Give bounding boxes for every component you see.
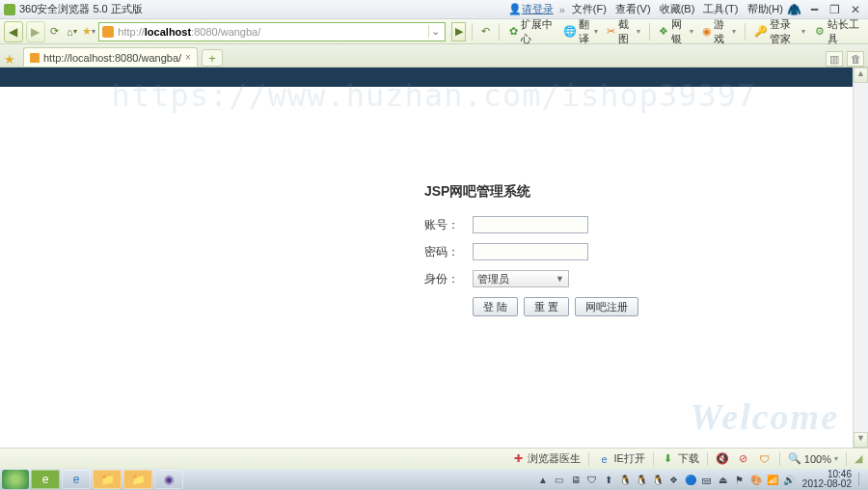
tray-icon[interactable]: 🖥 [569, 473, 583, 486]
browser-tab-0[interactable]: http://localhost:8080/wangba/ × [23, 47, 198, 67]
vertical-scrollbar[interactable]: ▲ ▼ [853, 68, 868, 448]
tray-icon[interactable]: 🔵 [684, 473, 697, 486]
tray-up-icon[interactable]: ▲ [536, 473, 550, 486]
menu-sep: » [559, 4, 565, 15]
scroll-down-icon[interactable]: ▼ [854, 432, 868, 448]
login-panel: JSP网吧管理系统 账号： 密码： 身份： 管理员 ▼ 登 陆 重 置 网吧注册 [424, 183, 675, 316]
close-button[interactable]: ✕ [847, 3, 864, 16]
role-select[interactable]: 管理员 ▼ [473, 270, 569, 287]
login-mgr-button[interactable]: 🔑登录管家▾ [751, 17, 808, 46]
tray-icon[interactable]: ⚑ [733, 473, 746, 486]
tray-speaker-icon[interactable]: 🔊 [782, 473, 796, 486]
bookmark-star-icon[interactable]: ★ [4, 52, 19, 67]
menu-tools[interactable]: 工具(T) [703, 3, 738, 14]
show-desktop-button[interactable] [858, 473, 866, 486]
tray-icon[interactable]: ▭ [553, 473, 566, 486]
chevron-down-icon: ▼ [556, 274, 564, 284]
games-button[interactable]: ◉游戏▾ [699, 17, 740, 46]
netbank-button[interactable]: ❖网银▾ [656, 17, 696, 46]
login-title: JSP网吧管理系统 [424, 183, 675, 201]
welcome-text: Welcome [690, 395, 839, 438]
address-bar[interactable]: http://localhost:8080/wangba/ ⌄ [98, 22, 446, 41]
back-button[interactable]: ◀ [4, 21, 23, 42]
tray-icon[interactable]: 🐧 [651, 473, 665, 486]
password-input[interactable] [473, 243, 588, 260]
scroll-up-icon[interactable]: ▲ [854, 68, 868, 83]
url-dropdown-icon[interactable]: ⌄ [428, 25, 442, 38]
tablist-button[interactable]: ▥ [826, 51, 843, 67]
menu-help[interactable]: 帮助(H) [747, 3, 783, 14]
windows-taskbar: e e 📁 📁 ◉ ▲ ▭ 🖥 🛡 ⬆ 🐧 🐧 🐧 ❖ 🔵 🖴 ⏏ ⚑ 🎨 📶 … [0, 469, 868, 490]
menu-bar: 文件(F) 查看(V) 收藏(B) 工具(T) 帮助(H) [569, 2, 786, 16]
taskbar-app-eclipse[interactable]: ◉ [154, 470, 183, 489]
taskbar-clock[interactable]: 10:46 2012-08-02 [799, 470, 855, 489]
page-header-bar [0, 68, 868, 87]
favorite-star-button[interactable]: ★▾ [82, 23, 96, 41]
window-buttons: 🧥 ━ ❐ ✕ [786, 3, 864, 16]
minimize-button[interactable]: ━ [806, 3, 824, 16]
go-button[interactable]: ▶ [451, 22, 466, 41]
clock-date: 2012-08-02 [802, 479, 852, 489]
taskbar-app-360[interactable]: e [31, 470, 60, 489]
tab-trash-button[interactable]: 🗑 [847, 51, 864, 67]
maximize-button[interactable]: ❐ [827, 3, 844, 16]
app-favicon [4, 4, 15, 15]
tray-icon[interactable]: ⬆ [602, 473, 615, 486]
mute-icon[interactable]: 🔇 [716, 452, 729, 466]
site-tools-button[interactable]: ⚙站长工具 [811, 17, 864, 46]
username-input[interactable] [473, 216, 588, 233]
tray-icon[interactable]: 🐧 [618, 473, 632, 486]
home-button[interactable]: ⌂▾ [65, 23, 79, 41]
tray-icon[interactable]: ❖ [667, 473, 681, 486]
taskbar-app-folder2[interactable]: 📁 [123, 470, 152, 489]
tray-icon[interactable]: 🎨 [749, 473, 763, 486]
download-status[interactable]: ⬇下载 [662, 451, 699, 466]
translate-button[interactable]: 🌐翻译▾ [560, 17, 601, 46]
stop-reload-button[interactable]: ⟳ [48, 23, 63, 41]
skin-icon[interactable]: 🧥 [786, 3, 803, 16]
system-tray: ▲ ▭ 🖥 🛡 ⬆ 🐧 🐧 🐧 ❖ 🔵 🖴 ⏏ ⚑ 🎨 📶 🔊 10:46 20… [536, 470, 866, 489]
tab-title: http://localhost:8080/wangba/ [43, 52, 181, 64]
login-button[interactable]: 登 陆 [473, 297, 518, 316]
menu-file[interactable]: 文件(F) [572, 3, 607, 14]
browser-doctor[interactable]: ✚浏览器医生 [511, 451, 581, 466]
user-icon: 👤 [508, 3, 522, 16]
page-body: https://www.huzhan.com/ishop39397 Welcom… [0, 87, 868, 448]
start-button[interactable] [2, 470, 29, 489]
page-icon [102, 26, 114, 38]
app-title: 360安全浏览器 5.0 正式版 [19, 2, 143, 16]
login-link[interactable]: 请登录 [522, 2, 554, 16]
forward-button[interactable]: ▶ [26, 21, 45, 42]
page-viewport: https://www.huzhan.com/ishop39397 Welcom… [0, 68, 868, 448]
menu-fav[interactable]: 收藏(B) [660, 3, 695, 14]
zoom-control[interactable]: 🔍100%▾ [788, 452, 838, 466]
menu-view[interactable]: 查看(V) [615, 3, 651, 14]
role-value: 管理员 [477, 272, 509, 286]
register-button[interactable]: 网吧注册 [575, 297, 638, 316]
ext-center-link[interactable]: ✿扩展中心 [504, 17, 557, 46]
password-label: 密码： [424, 244, 473, 260]
screenshot-button[interactable]: ✂截图▾ [604, 17, 644, 46]
block-icon[interactable]: ⊘ [737, 452, 750, 466]
undo-tab-button[interactable]: ↶ [478, 23, 493, 41]
tray-icon[interactable]: 🐧 [635, 473, 648, 486]
tray-icon[interactable]: 🛡 [585, 473, 599, 486]
new-tab-button[interactable]: + [202, 49, 223, 67]
nav-toolbar: ◀ ▶ ⟳ ⌂▾ ★▾ http://localhost:8080/wangba… [0, 19, 868, 44]
tab-favicon [30, 53, 40, 63]
role-label: 身份： [424, 271, 473, 287]
tray-icon[interactable]: 🖴 [700, 473, 714, 486]
taskbar-app-ie[interactable]: e [62, 470, 91, 489]
status-bar: ✚浏览器医生 eIE打开 ⬇下载 🔇 ⊘ 🛡 🔍100%▾ ◢ [0, 448, 868, 469]
url-text: http://localhost:8080/wangba/ [118, 26, 428, 38]
username-label: 账号： [424, 217, 473, 233]
reset-button[interactable]: 重 置 [524, 297, 569, 316]
tab-strip: ★ http://localhost:8080/wangba/ × + ▥ 🗑 [0, 44, 868, 68]
tray-icon[interactable]: 📶 [766, 473, 779, 486]
ie-open[interactable]: eIE打开 [597, 451, 644, 466]
shield-icon[interactable]: 🛡 [758, 452, 772, 466]
taskbar-app-folder1[interactable]: 📁 [93, 470, 122, 489]
resize-grip-icon[interactable]: ◢ [854, 452, 862, 465]
tray-icon[interactable]: ⏏ [717, 473, 730, 486]
tab-close-icon[interactable]: × [185, 52, 191, 63]
